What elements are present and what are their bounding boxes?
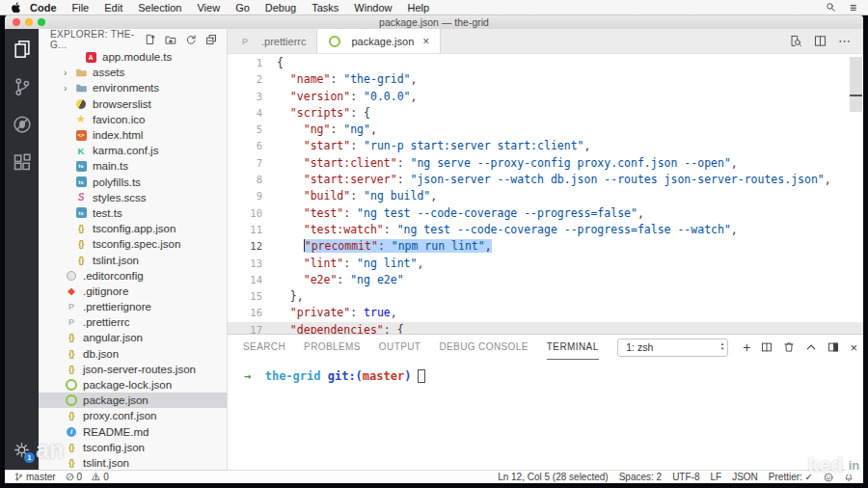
code-line-3[interactable]: 3 "version": "0.0.0", <box>228 89 863 105</box>
tab-.prettierrc[interactable]: P.prettierrc <box>228 29 317 53</box>
split-terminal-icon[interactable] <box>761 341 773 353</box>
line-number[interactable]: 4 <box>228 105 277 122</box>
status-ln-12-col-5-28-selected[interactable]: Ln 12, Col 5 (28 selected) <box>498 472 609 482</box>
menu-help[interactable]: Help <box>407 2 429 14</box>
code-line-13[interactable]: 13 "lint": "ng lint", <box>228 256 863 272</box>
menu-go[interactable]: Go <box>235 2 250 14</box>
file-item-karma.conf.js[interactable]: Kkarma.conf.js <box>39 143 227 158</box>
file-item-index.html[interactable]: <>index.html <box>39 127 227 143</box>
file-item-tsconfig.app.json[interactable]: {}tsconfig.app.json <box>39 221 227 236</box>
editor-scrollbar-thumb[interactable] <box>850 57 862 112</box>
line-number[interactable]: 8 <box>228 172 277 188</box>
menu-tasks[interactable]: Tasks <box>312 2 339 14</box>
file-item-tsconfig.spec.json[interactable]: {}tsconfig.spec.json <box>39 236 227 252</box>
line-number[interactable]: 5 <box>228 122 277 138</box>
line-number[interactable]: 6 <box>228 138 277 154</box>
minimize-window-button[interactable] <box>25 18 33 26</box>
more-actions-icon[interactable]: ⋯ <box>838 34 852 48</box>
code-line-12[interactable]: 12 "precommit": "npm run lint", <box>228 238 863 255</box>
line-number[interactable]: 10 <box>228 205 277 222</box>
code-line-5[interactable]: 5 "ng": "ng", <box>228 122 863 138</box>
explorer-activity-button[interactable] <box>11 38 34 61</box>
terminal-shell-select[interactable]: 1: zsh▲▼ <box>617 339 728 357</box>
code-line-9[interactable]: 9 "build": "ng build", <box>228 188 863 204</box>
menu-file[interactable]: File <box>72 2 90 14</box>
file-item-.prettierrc[interactable]: P.prettierrc <box>39 314 227 330</box>
file-item-tsconfig.json[interactable]: {}tsconfig.json <box>39 440 227 455</box>
line-number[interactable]: 13 <box>228 256 277 272</box>
terminal-output[interactable]: → the-grid git:(master) <box>228 360 863 471</box>
file-item-main.ts[interactable]: tsmain.ts <box>39 158 227 174</box>
split-editor-icon[interactable] <box>814 35 827 47</box>
file-item-package.json[interactable]: package.json <box>39 393 227 408</box>
panel-tab-search[interactable]: SEARCH <box>243 335 285 360</box>
status-master[interactable]: master <box>14 472 56 482</box>
add-terminal-icon[interactable]: + <box>743 339 750 355</box>
line-number[interactable]: 12 <box>228 238 277 255</box>
file-item-json-server-routes.json[interactable]: {}json-server-routes.json <box>39 362 227 377</box>
source-control-activity-button[interactable] <box>11 75 34 98</box>
apple-menu-icon[interactable] <box>11 2 21 14</box>
kill-terminal-icon[interactable] <box>783 341 795 353</box>
file-item-favicon.ico[interactable]: ★favicon.ico <box>39 112 227 127</box>
panel-tab-output[interactable]: OUTPUT <box>379 335 421 360</box>
menu-view[interactable]: View <box>197 2 220 14</box>
close-window-button[interactable] <box>13 18 20 26</box>
collapse-folders-icon[interactable] <box>205 34 217 45</box>
menu-selection[interactable]: Selection <box>138 2 181 14</box>
extensions-activity-button[interactable] <box>11 150 34 174</box>
status-0[interactable]: 0 <box>92 472 109 482</box>
file-item-assets[interactable]: ›assets <box>39 65 227 80</box>
panel-tab-debug-console[interactable]: DEBUG CONSOLE <box>439 335 528 360</box>
line-number[interactable]: 11 <box>228 222 277 238</box>
maximize-panel-icon[interactable] <box>805 341 817 353</box>
file-item-environments[interactable]: ›environments <box>39 80 227 95</box>
file-item-styles.scss[interactable]: Sstyles.scss <box>39 190 227 205</box>
refresh-explorer-icon[interactable] <box>185 34 197 45</box>
line-number[interactable]: 7 <box>228 155 277 172</box>
code-line-6[interactable]: 6 "start": "run-p start:server start:cli… <box>228 138 863 154</box>
file-item-.editorconfig[interactable]: .editorconfig <box>39 268 227 284</box>
open-preview-icon[interactable] <box>790 35 802 47</box>
status-prettier[interactable]: Prettier: ✓ <box>769 472 813 482</box>
code-line-15[interactable]: 15 }, <box>228 288 863 305</box>
panel-tab-problems[interactable]: PROBLEMS <box>304 335 361 360</box>
file-item-package-lock.json[interactable]: package-lock.json <box>39 377 227 393</box>
menubar-list-icon[interactable]: ≡ <box>848 2 858 13</box>
file-item-app.module.ts[interactable]: Aapp.module.ts <box>39 49 227 65</box>
file-item-angular.json[interactable]: {}angular.json <box>39 330 227 345</box>
file-item-README.md[interactable]: iREADME.md <box>39 424 227 440</box>
code-line-16[interactable]: 16 "private": true, <box>228 305 863 321</box>
code-editor[interactable]: 1{2 "name": "the-grid",3 "version": "0.0… <box>228 54 863 334</box>
settings-button[interactable]: 1 <box>5 442 39 458</box>
code-line-10[interactable]: 10 "test": "ng test --code-coverage --pr… <box>228 205 863 222</box>
code-line-11[interactable]: 11 "test:watch": "ng test --code-coverag… <box>228 222 863 238</box>
status-json[interactable]: JSON <box>732 472 758 482</box>
code-line-4[interactable]: 4 "scripts": { <box>228 105 863 122</box>
code-line-8[interactable]: 8 "start:server": "json-server --watch d… <box>228 172 863 188</box>
file-item-.gitignore[interactable]: ◆.gitignore <box>39 284 227 299</box>
file-item-tslint.json[interactable]: {}tslint.json <box>39 252 227 267</box>
line-number[interactable]: 1 <box>228 55 277 71</box>
file-item-polyfills.ts[interactable]: tspolyfills.ts <box>39 175 227 190</box>
window-title-bar[interactable]: package.json — the-grid <box>5 14 863 30</box>
file-item-db.json[interactable]: {}db.json <box>39 346 227 362</box>
file-item-proxy.conf.json[interactable]: {}proxy.conf.json <box>39 408 227 423</box>
line-number[interactable]: 2 <box>228 71 277 88</box>
debug-activity-button[interactable] <box>11 113 34 136</box>
line-number[interactable]: 17 <box>228 322 277 334</box>
menu-window[interactable]: Window <box>354 2 392 14</box>
code-line-7[interactable]: 7 "start:client": "ng serve --proxy-conf… <box>228 155 863 172</box>
code-line-1[interactable]: 1{ <box>228 55 863 71</box>
status-utf-8[interactable]: UTF-8 <box>672 472 699 482</box>
new-folder-icon[interactable] <box>165 34 176 45</box>
line-number[interactable]: 16 <box>228 305 277 321</box>
line-number[interactable]: 3 <box>228 89 277 105</box>
move-panel-icon[interactable] <box>827 341 839 353</box>
file-item-test.ts[interactable]: tstest.ts <box>39 205 227 221</box>
panel-tab-terminal[interactable]: TERMINAL <box>547 335 599 360</box>
line-number[interactable]: 14 <box>228 272 277 288</box>
close-panel-icon[interactable]: × <box>850 340 857 355</box>
status-spaces-2[interactable]: Spaces: 2 <box>619 472 662 482</box>
line-number[interactable]: 15 <box>228 288 277 305</box>
